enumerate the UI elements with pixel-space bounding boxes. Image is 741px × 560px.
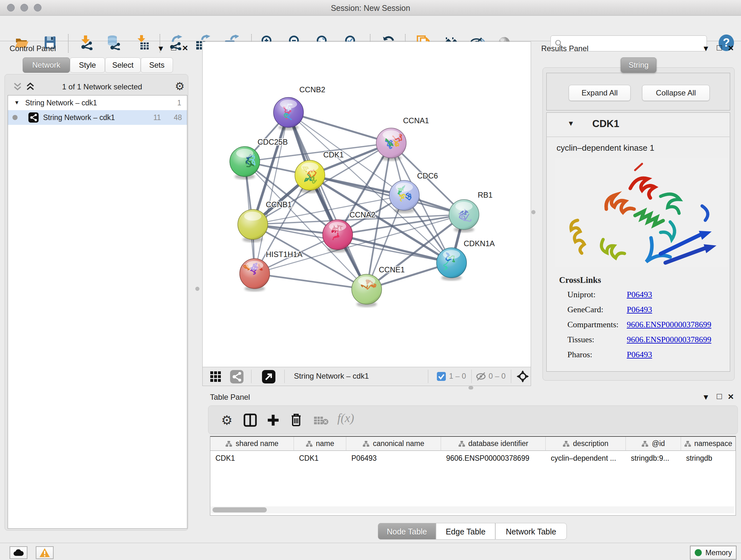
crosslink-value-link[interactable]: 9606.ENSP00000378699 [627, 320, 711, 329]
results-panel-collapse-icon[interactable]: ▼ [702, 44, 710, 53]
delete-table-icon[interactable] [314, 416, 328, 425]
tab-sets[interactable]: Sets [141, 57, 173, 73]
tab-style[interactable]: Style [70, 57, 105, 73]
network-row-label: String Network – cdk1 [43, 113, 153, 122]
column-type-icon [225, 441, 232, 447]
entry-description: cyclin–dependent kinase 1 [556, 143, 654, 153]
table-hscrollbar-thumb[interactable] [212, 507, 267, 512]
tab-node-table[interactable]: Node Table [378, 523, 436, 540]
birdseye-view-icon[interactable] [262, 370, 275, 383]
node-CCNE1[interactable] [352, 274, 382, 307]
hidden-eye-icon[interactable] [476, 371, 487, 381]
crosslink-value-link[interactable]: 9606.ENSP00000378699 [627, 335, 711, 345]
table-cell[interactable]: CDK1 [210, 451, 294, 465]
table-panel-close-icon[interactable]: ✕ [728, 392, 734, 401]
node-CDC25B[interactable] [230, 146, 260, 179]
column-header-label: canonical name [373, 439, 424, 448]
table-cell[interactable]: CDK1 [294, 451, 346, 465]
tree-expander-icon[interactable]: ▼ [8, 100, 19, 106]
expand-all-button[interactable]: Expand All [569, 85, 630, 101]
table-panel-float-icon[interactable]: □ [717, 391, 722, 401]
network-graph[interactable]: CCNB2CCNA1CDC25BCDK1CDC6RB1CCNB1CCNA2CDK… [203, 42, 531, 367]
table-panel-title: Table Panel [210, 393, 250, 401]
import-network-database-icon[interactable] [105, 35, 121, 50]
edge-CCNB2-HIST1H1A[interactable] [255, 112, 288, 273]
bottom-splitter-handle[interactable] [468, 386, 473, 389]
crosslink-value-link[interactable]: P06493 [627, 290, 652, 300]
table-settings-gear-icon[interactable]: ⚙ [221, 413, 232, 428]
selected-checkbox-icon[interactable] [437, 372, 446, 381]
import-network-icon[interactable] [79, 35, 94, 50]
node-CDKN1A[interactable] [436, 248, 467, 281]
node-label-CDK1: CDK1 [323, 150, 344, 159]
node-RB1[interactable] [449, 199, 479, 233]
control-panel-float-icon[interactable]: □ [171, 43, 176, 53]
results-panel-float-icon[interactable]: □ [717, 43, 722, 53]
network-badge-icon[interactable] [230, 370, 244, 383]
crosslink-value-link[interactable]: P06493 [627, 305, 652, 314]
warning-button[interactable] [36, 546, 54, 559]
tab-network[interactable]: Network [23, 57, 70, 73]
title-bar: Session: New Session [0, 0, 741, 16]
table-hscrollbar[interactable] [211, 506, 734, 513]
column-header-shared-name[interactable]: shared name [210, 437, 294, 451]
entry-header[interactable]: ▼ CDK1 [546, 112, 730, 137]
column-header-description[interactable]: description [546, 437, 626, 451]
import-table-icon[interactable] [135, 35, 150, 50]
table-panel-collapse-icon[interactable]: ▼ [702, 393, 710, 401]
node-CDK1[interactable] [295, 160, 325, 193]
grid-view-icon[interactable] [210, 371, 222, 383]
column-header--id[interactable]: @id [626, 437, 681, 451]
memory-button[interactable]: Memory [690, 546, 737, 560]
delete-column-icon[interactable] [289, 413, 303, 427]
column-header-name[interactable]: name [294, 437, 346, 451]
network-view-toolbar: String Network – cdk1 1 – 0 0 – 0 [202, 367, 531, 386]
table-cell[interactable]: stringdb [681, 451, 736, 465]
column-header-namespace[interactable]: namespace [681, 437, 736, 451]
crosslink-value-link[interactable]: P06493 [627, 350, 652, 360]
crosshair-icon[interactable] [516, 370, 529, 383]
right-splitter-handle[interactable] [531, 210, 536, 214]
create-column-icon[interactable] [266, 414, 280, 427]
show-columns-icon[interactable] [244, 414, 257, 427]
control-panel-title: Control Panel [10, 44, 56, 53]
tab-edge-table[interactable]: Edge Table [436, 523, 495, 540]
table-cell[interactable]: cyclin–dependent ... [546, 451, 626, 465]
tab-select[interactable]: Select [105, 57, 141, 73]
function-builder-icon[interactable]: f(x) [337, 411, 354, 425]
node-label-CCNA1: CCNA1 [403, 116, 429, 125]
node-HIST1H1A[interactable] [240, 259, 270, 292]
edge-HIST1H1A-CCNE1[interactable] [255, 273, 367, 289]
column-header-canonical-name[interactable]: canonical name [346, 437, 441, 451]
left-splitter-handle[interactable] [195, 287, 199, 291]
column-header-label: database identifier [468, 439, 529, 448]
column-header-database-identifier[interactable]: database identifier [441, 437, 546, 451]
table-cell[interactable]: P06493 [346, 451, 441, 465]
tab-network-table[interactable]: Network Table [495, 523, 567, 540]
results-panel-close-icon[interactable]: ✕ [728, 44, 734, 53]
crosslinks-title: CrossLinks [559, 275, 601, 285]
crosslink-row: GeneCard:P06493 [567, 305, 727, 314]
control-panel-collapse-icon[interactable]: ▼ [157, 44, 165, 53]
edge-CCNB2-CCNE1[interactable] [288, 112, 367, 289]
control-panel-close-icon[interactable]: ✕ [182, 44, 188, 53]
tab-string[interactable]: String [621, 57, 657, 73]
expand-all-tree-icon[interactable] [25, 82, 35, 92]
node-CDC6[interactable] [389, 180, 419, 213]
network-collection-row[interactable]: ▼ String Network – cdk1 1 [8, 96, 187, 110]
node-CCNB1[interactable] [238, 209, 268, 242]
network-row[interactable]: String Network – cdk1 11 48 [8, 110, 187, 125]
network-panel-gear-icon[interactable]: ⚙ [175, 80, 185, 92]
table-cell[interactable]: 9606.ENSP00000378699 [441, 451, 546, 465]
node-CCNA1[interactable] [376, 128, 406, 161]
entry-expander-icon[interactable]: ▼ [567, 119, 575, 128]
network-view[interactable]: CCNB2CCNA1CDC25BCDK1CDC6RB1CCNB1CCNA2CDK… [202, 42, 531, 367]
node-table[interactable]: shared nameCDK1nameCDK1canonical nameP06… [210, 436, 736, 516]
collapse-all-icon[interactable] [13, 82, 22, 92]
cloud-button[interactable] [10, 546, 27, 559]
table-cell[interactable]: stringdb:9... [626, 451, 681, 465]
control-panel-tabs: NetworkStyleSelectSets [23, 57, 173, 73]
edge-CCNB2-CCNA1[interactable] [288, 112, 391, 143]
column-header-label: shared name [235, 439, 278, 448]
collapse-all-button[interactable]: Collapse All [642, 85, 710, 101]
